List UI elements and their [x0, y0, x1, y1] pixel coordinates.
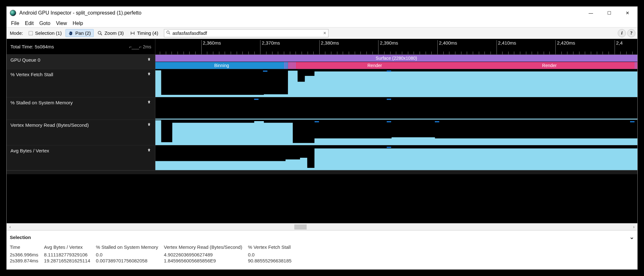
track-abv-body[interactable]	[155, 145, 637, 170]
pin-icon[interactable]	[147, 122, 151, 128]
data-marker	[387, 71, 391, 72]
table-cell: 2s366.996ms	[10, 252, 44, 258]
gpu-phase-binning[interactable]: Binning	[155, 62, 288, 69]
data-marker	[630, 121, 635, 122]
gpu-phase-row: BinningRenderRender	[155, 62, 637, 69]
window-title: Android GPU Inspector - split_compressed…	[19, 10, 141, 16]
selection-col-header: % Vertex Fetch Stall	[248, 244, 297, 252]
mode-timing-label: Timing (4)	[137, 30, 158, 36]
selection-col-header: Avg Bytes / Vertex	[44, 244, 96, 252]
mode-toolbar: Mode: Selection (1) Pan (2) Zoom (3) Tim…	[7, 28, 637, 39]
table-cell: 1.8459656005685856E9	[164, 258, 248, 264]
time-ruler[interactable]: 2,360ms2,370ms2,380ms2,390ms2,400ms2,410…	[155, 39, 637, 54]
table-cell: 19.287165281625114	[44, 258, 96, 264]
mode-zoom-button[interactable]: Zoom (3)	[95, 29, 126, 37]
mode-pan-label: Pan (2)	[75, 30, 91, 36]
track-gpu-queue: GPU Queue 0 Surface (2280x1080) BinningR…	[7, 55, 637, 69]
timeline: Total Time: 5s084ms ⌐___⌐ 2ms 2,360ms2,3…	[7, 39, 637, 223]
selection-icon	[28, 31, 33, 36]
mode-selection-label: Selection (1)	[35, 30, 62, 36]
scroll-track[interactable]	[14, 224, 630, 230]
window-close-button[interactable]: ✕	[618, 7, 637, 19]
app-icon	[10, 10, 16, 16]
track-abv-header[interactable]: Avg Bytes / Vertex	[7, 145, 155, 170]
titlebar: Android GPU Inspector - split_compressed…	[7, 7, 637, 19]
menu-edit[interactable]: Edit	[22, 20, 36, 27]
track-vertex-mem-read: Vertex Memory Read (Bytes/Second)	[7, 120, 637, 145]
pin-icon[interactable]	[147, 57, 151, 63]
table-cell: 4.90226036950627489	[164, 252, 248, 258]
scroll-right-arrow[interactable]: ›	[630, 224, 637, 229]
data-marker	[263, 71, 267, 72]
data-marker	[254, 99, 259, 100]
table-cell: 2s389.874ms	[10, 258, 44, 264]
data-marker	[387, 147, 391, 148]
selection-table: TimeAvg Bytes / Vertex% Stalled on Syste…	[10, 244, 297, 264]
window-minimize-button[interactable]: —	[582, 7, 600, 19]
pin-icon[interactable]	[147, 72, 151, 77]
pin-icon[interactable]	[147, 148, 151, 153]
track-vfs-body[interactable]	[155, 69, 637, 97]
table-row[interactable]: 2s389.874ms19.2871652816251140.007389701…	[10, 258, 297, 264]
gpu-phase-render[interactable]: Render	[288, 62, 461, 69]
total-time-label: Total Time: 5s084ms	[10, 44, 54, 49]
menu-view[interactable]: View	[53, 20, 69, 27]
menu-goto[interactable]: Goto	[37, 20, 53, 27]
svg-point-6	[167, 31, 169, 34]
track-ssm-body[interactable]	[155, 97, 637, 120]
mode-timing-button[interactable]: Timing (4)	[128, 29, 161, 37]
selection-col-header: Time	[10, 244, 44, 252]
chevron-down-icon[interactable]: ⌄	[629, 234, 634, 241]
gpu-phase-render[interactable]: Render	[461, 62, 637, 69]
track-gpu-queue-body[interactable]: Surface (2280x1080) BinningRenderRender	[155, 55, 637, 69]
table-cell: 0.007389701756082058	[96, 258, 164, 264]
menu-help[interactable]: Help	[70, 20, 85, 27]
window-maximize-button[interactable]: ☐	[600, 7, 618, 19]
data-marker	[315, 121, 319, 122]
mode-selection-button[interactable]: Selection (1)	[26, 29, 64, 37]
mode-zoom-label: Zoom (3)	[104, 30, 124, 36]
selection-col-header: Vertex Memory Read (Bytes/Second)	[164, 244, 248, 252]
selection-col-header: % Stalled on System Memory	[96, 244, 164, 252]
clear-search-icon[interactable]: ×	[323, 30, 326, 36]
horizontal-scrollbar[interactable]: ‹ ›	[7, 223, 637, 230]
track-vmr-header[interactable]: Vertex Memory Read (Bytes/Second)	[7, 120, 155, 145]
scroll-thumb[interactable]	[294, 224, 307, 230]
menu-file[interactable]: File	[9, 20, 22, 27]
track-stalled-sysmem: % Stalled on System Memory	[7, 97, 637, 120]
time-header-left: Total Time: 5s084ms ⌐___⌐ 2ms	[7, 39, 155, 54]
gpu-surface-bar[interactable]: Surface (2280x1080)	[155, 55, 637, 62]
search-icon	[166, 30, 171, 36]
track-vfs-label: % Vertex Fetch Stall	[10, 72, 53, 77]
mode-pan-button[interactable]: Pan (2)	[66, 29, 94, 37]
hand-icon	[68, 31, 73, 36]
app-window: Android GPU Inspector - split_compressed…	[6, 6, 638, 270]
timing-icon	[130, 31, 135, 36]
search-input[interactable]	[172, 30, 322, 36]
selection-panel: Selection ⌄ TimeAvg Bytes / Vertex% Stal…	[7, 230, 637, 269]
menubar: File Edit Goto View Help	[7, 19, 637, 28]
track-vertex-fetch-stall: % Vertex Fetch Stall	[7, 69, 637, 97]
info-button[interactable]: i	[618, 29, 626, 37]
track-ssm-label: % Stalled on System Memory	[10, 100, 73, 105]
table-row[interactable]: 2s366.996ms8.1111827793291060.04.9022603…	[10, 252, 297, 258]
scale-indicator: ⌐___⌐ 2ms	[129, 44, 151, 49]
track-vmr-label: Vertex Memory Read (Bytes/Second)	[10, 122, 89, 128]
zoom-icon	[97, 31, 103, 36]
scroll-left-arrow[interactable]: ‹	[7, 224, 14, 229]
track-vfs-header[interactable]: % Vertex Fetch Stall	[7, 69, 155, 97]
track-ssm-header[interactable]: % Stalled on System Memory	[7, 97, 155, 120]
track-gpu-queue-header[interactable]: GPU Queue 0	[7, 55, 155, 69]
selection-header: Selection	[10, 235, 31, 240]
mode-label: Mode:	[9, 30, 24, 36]
data-marker	[387, 121, 391, 122]
data-marker	[387, 99, 391, 100]
search-box[interactable]: ×	[164, 29, 328, 37]
track-vmr-body[interactable]	[155, 120, 637, 145]
svg-rect-0	[29, 31, 33, 35]
help-button[interactable]: ?	[627, 29, 635, 37]
svg-line-7	[169, 33, 170, 34]
data-marker	[435, 121, 439, 122]
table-cell: 90.88555296638185	[248, 258, 297, 264]
pin-icon[interactable]	[147, 100, 151, 105]
